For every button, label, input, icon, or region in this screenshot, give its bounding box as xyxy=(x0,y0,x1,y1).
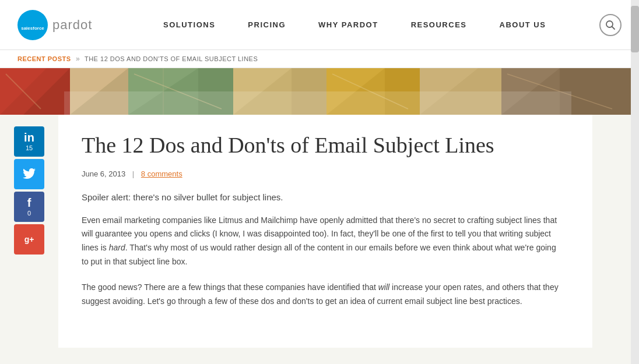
social-sidebar: in 15 f 0 g+ xyxy=(0,115,58,348)
search-button[interactable] xyxy=(599,14,622,36)
twitter-share-button[interactable] xyxy=(14,159,44,189)
breadcrumb-link[interactable]: RECENT POSTS xyxy=(17,55,71,62)
salesforce-logo[interactable]: salesforce xyxy=(17,10,48,40)
meta-separator: | xyxy=(132,169,134,178)
svg-text:salesforce: salesforce xyxy=(21,26,44,31)
article-content: The 12 Dos and Don'ts of Email Subject L… xyxy=(58,115,592,348)
main-nav: SOLUTIONS PRICING WHY PARDOT RESOURCES A… xyxy=(115,20,594,29)
facebook-count: 0 xyxy=(27,210,31,217)
svg-point-3 xyxy=(27,16,38,26)
article-paragraph-2: The good news? There are a few things th… xyxy=(82,281,563,309)
pardot-logo-text: pardot xyxy=(52,17,92,33)
google-plus-icon: g+ xyxy=(24,235,34,243)
header: salesforce pardot SOLUTIONS PRICING WHY … xyxy=(0,0,639,50)
linkedin-icon: in xyxy=(24,132,34,143)
article-title: The 12 Dos and Don'ts of Email Subject L… xyxy=(82,132,563,159)
main-content: in 15 f 0 g+ The 12 Dos and Don'ts of Em… xyxy=(0,115,639,348)
article-meta: June 6, 2013 | 8 comments xyxy=(82,169,563,178)
article-spoiler: Spoiler alert: there's no silver bullet … xyxy=(82,192,563,202)
linkedin-share-button[interactable]: in 15 xyxy=(14,126,44,157)
twitter-icon xyxy=(23,168,36,181)
nav-about-us[interactable]: ABOUT US xyxy=(483,20,563,29)
scrollbar[interactable] xyxy=(631,0,639,348)
nav-resources[interactable]: RESOURCES xyxy=(395,20,483,29)
nav-solutions[interactable]: SOLUTIONS xyxy=(147,20,231,29)
article-comments-link[interactable]: 8 comments xyxy=(141,169,182,178)
breadcrumb: RECENT POSTS » THE 12 DOS AND DON'TS OF … xyxy=(0,50,639,68)
facebook-share-button[interactable]: f 0 xyxy=(14,192,44,222)
breadcrumb-separator: » xyxy=(76,55,80,63)
hero-image xyxy=(0,68,639,115)
scrollbar-thumb[interactable] xyxy=(631,6,639,52)
google-plus-share-button[interactable]: g+ xyxy=(14,224,44,255)
nav-why-pardot[interactable]: WHY PARDOT xyxy=(302,20,395,29)
linkedin-count: 15 xyxy=(26,144,33,151)
logo-area[interactable]: salesforce pardot xyxy=(17,10,92,40)
svg-line-6 xyxy=(612,26,615,29)
facebook-icon: f xyxy=(27,197,31,208)
article-date: June 6, 2013 xyxy=(82,169,125,178)
svg-rect-32 xyxy=(64,91,571,115)
breadcrumb-current: THE 12 DOS AND DON'TS OF EMAIL SUBJECT L… xyxy=(85,55,258,62)
nav-pricing[interactable]: PRICING xyxy=(231,20,302,29)
article-paragraph-1: Even email marketing companies like Litm… xyxy=(82,214,563,269)
